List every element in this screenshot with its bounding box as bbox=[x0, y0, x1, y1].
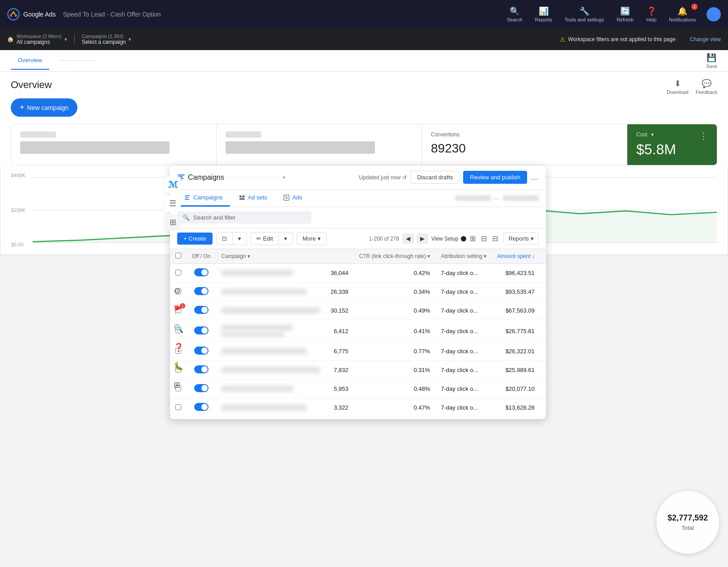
refresh-nav-item[interactable]: 🔄 Refresh bbox=[611, 4, 639, 24]
notifications-nav-item[interactable]: 1 🔔 Notifications bbox=[664, 4, 701, 24]
bug-icon[interactable]: 🐛 bbox=[174, 361, 183, 371]
campaign-toggle[interactable] bbox=[194, 287, 209, 295]
row-toggle-cell[interactable] bbox=[187, 398, 216, 417]
duplicate-dropdown-button[interactable]: ▾ bbox=[233, 233, 247, 245]
th-campaign[interactable]: Campaign ▾ bbox=[216, 249, 325, 264]
row-attribution-cell: 7-day click o... bbox=[435, 398, 492, 417]
edit-dropdown-button[interactable]: ▾ bbox=[279, 233, 293, 245]
th-attribution[interactable]: Attribution setting ▾ bbox=[435, 249, 492, 264]
settings-icon[interactable]: ⚙ bbox=[174, 286, 183, 296]
row-height-icon[interactable]: ⊟ bbox=[481, 234, 487, 243]
fb-search-input-wrapper[interactable]: 🔍 Search and filter bbox=[177, 212, 311, 224]
reports-nav-item[interactable]: 📊 Reports bbox=[529, 4, 558, 24]
row-toggle-cell[interactable] bbox=[187, 283, 216, 301]
table-row: 6,412 0.41% 7-day click o... $26,775.81 bbox=[170, 320, 546, 342]
svg-rect-13 bbox=[185, 199, 189, 199]
meta-logo-icon[interactable]: ℳ bbox=[165, 177, 181, 193]
fb-tab-campaigns[interactable]: Campaigns bbox=[177, 190, 230, 207]
review-publish-button[interactable]: Review and publish bbox=[463, 171, 527, 184]
workspace-label: Workspace (2 filters) bbox=[17, 34, 62, 39]
create-button[interactable]: + Create bbox=[177, 233, 213, 245]
alerts-icon[interactable]: 🚩 1 bbox=[174, 305, 183, 315]
cost-more-button[interactable]: ⋮ bbox=[699, 131, 708, 141]
tools-nav-item[interactable]: 🔧 Tools and settings bbox=[559, 4, 609, 24]
row-toggle-cell[interactable] bbox=[187, 417, 216, 419]
download-action[interactable]: ⬇ Download bbox=[667, 79, 689, 95]
help-nav-item[interactable]: ❓ Help bbox=[641, 4, 662, 24]
search-sidebar-icon[interactable]: 🔍 bbox=[174, 324, 183, 334]
row-toggle-cell[interactable] bbox=[187, 342, 216, 361]
refresh-icon: 🔄 bbox=[620, 6, 630, 16]
tools-icon: 🔧 bbox=[579, 6, 589, 16]
row-attribution-cell: 7-day click o... bbox=[435, 417, 492, 419]
table-settings-icon[interactable]: ⊟ bbox=[492, 234, 498, 243]
stat-card-cost[interactable]: Cost ▾ ⋮ $5.8M bbox=[627, 124, 717, 165]
save-button[interactable]: 💾 Save bbox=[706, 53, 717, 69]
row-amount-cell: $96,423.51 bbox=[492, 264, 540, 283]
row-checkbox-cell[interactable] bbox=[170, 417, 187, 419]
menu-sidebar-icon[interactable]: ⊞ bbox=[174, 380, 183, 390]
columns-view-icon[interactable]: ⊞ bbox=[470, 234, 476, 243]
campaign-toggle[interactable] bbox=[194, 306, 209, 314]
row-toggle-cell[interactable] bbox=[187, 264, 216, 283]
prev-page-button[interactable]: ◀ bbox=[403, 234, 413, 243]
new-campaign-button[interactable]: + New campaign bbox=[11, 98, 77, 117]
row-checkbox-cell[interactable] bbox=[170, 398, 187, 417]
select-all-checkbox-header[interactable] bbox=[170, 249, 187, 264]
row-checkbox[interactable] bbox=[175, 270, 181, 275]
campaign-toggle[interactable] bbox=[194, 403, 209, 411]
fb-tab-adsets[interactable]: Ad sets bbox=[232, 190, 274, 207]
reports-button[interactable]: Reports ▾ bbox=[503, 233, 539, 245]
overview-toolbar: ⬇ Download 💬 Feedback bbox=[667, 79, 717, 95]
duplicate-button[interactable]: ⊡ bbox=[217, 233, 233, 245]
th-metric[interactable] bbox=[325, 249, 354, 264]
campaign-toggle[interactable] bbox=[194, 347, 209, 355]
conversions-value: 89230 bbox=[431, 141, 618, 156]
cost-dropdown-icon: ▾ bbox=[651, 131, 654, 138]
fb-panel-more-button[interactable]: … bbox=[531, 173, 539, 182]
stat-value-blurred-1 bbox=[20, 141, 170, 154]
campaign-toggle[interactable] bbox=[194, 268, 209, 276]
row-toggle-cell[interactable] bbox=[187, 361, 216, 380]
th-ctr[interactable]: CTR (link click-through rate) ▾ bbox=[354, 249, 436, 264]
discard-drafts-button[interactable]: Discard drafts bbox=[410, 171, 460, 184]
feedback-action[interactable]: 💬 Feedback bbox=[696, 79, 717, 95]
stat-card-2 bbox=[217, 124, 422, 165]
campaign-toggle[interactable] bbox=[194, 384, 209, 392]
edit-button[interactable]: ✏ Edit bbox=[251, 233, 279, 245]
fb-table-container[interactable]: Off / On Campaign ▾ CTR (link click-thro… bbox=[170, 249, 546, 419]
row-toggle-cell[interactable] bbox=[187, 301, 216, 320]
next-page-button[interactable]: ▶ bbox=[417, 234, 428, 243]
download-icon: ⬇ bbox=[674, 79, 681, 89]
app-logo[interactable]: Google Ads Speed To Lead - Cash Offer Op… bbox=[7, 8, 161, 21]
grid-icon[interactable]: ⊞ bbox=[165, 214, 181, 230]
more-actions-button[interactable]: More ▾ bbox=[297, 232, 327, 245]
row-campaign-cell bbox=[216, 361, 325, 380]
campaign-toggle[interactable] bbox=[194, 365, 209, 373]
tab-overview[interactable]: Overview bbox=[11, 51, 49, 70]
row-checkbox[interactable] bbox=[175, 404, 181, 410]
workspace-filter[interactable]: 🏠 Workspace (2 filters) All campaigns ▾ bbox=[7, 34, 67, 45]
row-amount-cell: $26,322.01 bbox=[492, 342, 540, 361]
row-toggle-cell[interactable] bbox=[187, 320, 216, 342]
change-view-button[interactable]: Change view bbox=[690, 36, 721, 42]
refresh-updated-icon[interactable]: ↺ bbox=[402, 174, 407, 181]
row-campaign-cell bbox=[216, 320, 325, 342]
row-toggle-cell[interactable] bbox=[187, 380, 216, 398]
row-checkbox-cell[interactable] bbox=[170, 264, 187, 283]
th-amount[interactable]: Amount spent ↓ bbox=[492, 249, 540, 264]
select-all-checkbox[interactable] bbox=[175, 253, 181, 258]
row-amount-cell: $25,989.61 bbox=[492, 361, 540, 380]
conversions-label: Convertions bbox=[431, 131, 618, 138]
campaigns-filter[interactable]: Campaigns (1,393) Select a campaign ▾ bbox=[82, 34, 132, 45]
date-range-blurred bbox=[455, 195, 491, 201]
svg-point-0 bbox=[8, 8, 19, 20]
user-avatar[interactable] bbox=[707, 7, 721, 21]
campaign-toggle[interactable] bbox=[194, 326, 209, 334]
menu-icon[interactable]: ☰ bbox=[165, 195, 181, 212]
tab-2[interactable]: — — — — — bbox=[53, 51, 102, 70]
fb-tab-ads[interactable]: Ads bbox=[276, 190, 309, 207]
table-header-row: Off / On Campaign ▾ CTR (link click-thro… bbox=[170, 249, 546, 264]
question-sidebar-icon[interactable]: ❓ bbox=[174, 343, 183, 352]
search-nav-item[interactable]: 🔍 Search bbox=[501, 4, 528, 24]
